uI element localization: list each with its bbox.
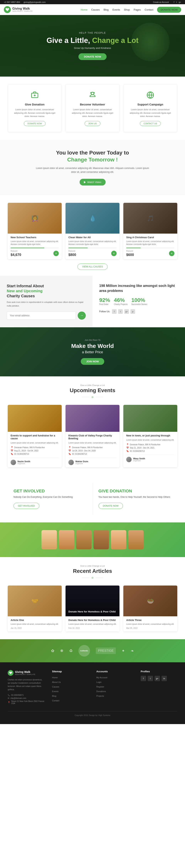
pinterest-icon[interactable]: p (130, 309, 135, 314)
nav-events[interactable]: Events (112, 8, 120, 11)
author-info-1: Nazim Smith Organizer (18, 460, 30, 465)
account-link-login[interactable]: Login (96, 681, 102, 683)
cause-amount-area-3: Raised: $600 (126, 250, 134, 257)
nav-pages[interactable]: Pages (134, 8, 141, 11)
volunteer-icon (88, 90, 97, 100)
footer-brand-column: Giving Walk NON-PROFIT TEMPLATE Claritas… (8, 670, 44, 705)
footer-logo: Giving Walk NON-PROFIT TEMPLATE (8, 670, 44, 676)
article-image-2: Donate Here for Homeless & Poor Child (65, 586, 120, 616)
newsletter-submit-button[interactable]: → (78, 312, 86, 320)
parallax-content: Join the Race To Make the World a Better… (71, 339, 114, 365)
cause-img-placeholder-1: 👩‍🏫 (8, 203, 62, 234)
feature-title-campaign: Support Campaign (127, 103, 173, 106)
cause-progress-fill-3 (126, 248, 141, 248)
phone-link[interactable]: +1 567-4897-884 (4, 1, 20, 3)
hero-title: Give a Little, Change a Lot (47, 36, 138, 45)
get-involved-section: GET INVOLVED Nobody Can Do Everything, E… (0, 475, 185, 522)
newsletter-email-input[interactable] (7, 312, 76, 320)
sitemap-link-contact[interactable]: Contact (52, 700, 59, 702)
author-name-1: Nazim Smith (18, 460, 30, 463)
authentic-badge: Authentic (78, 645, 90, 656)
power-title: You love the Power Today to Change Tomor… (8, 149, 177, 163)
sitemap-link-blog[interactable]: Blog (52, 695, 56, 697)
footer-twitter-link[interactable]: t (148, 676, 153, 681)
calendar-icon-3: 📅 (126, 446, 129, 449)
join-us-button[interactable]: JOIN US (85, 121, 100, 126)
create-account-link[interactable]: Create an Account (153, 1, 169, 3)
nav-donate-button[interactable]: DONATE NOW (157, 7, 181, 13)
footer-phone: 📞 02-030456871 (8, 694, 44, 696)
cause-donate-button-3[interactable]: + (169, 251, 175, 256)
tw-icon[interactable]: t (176, 1, 177, 3)
sitemap-link-causes[interactable]: Causes (52, 686, 59, 688)
article-desc-3: Lorem ipsum dolor sit amet, consectetuer… (126, 623, 175, 625)
cause-donate-button-1[interactable]: + (53, 251, 59, 256)
view-all-causes-link[interactable]: VIEW ALL CAUSES (77, 264, 108, 270)
logo-text: Giving Walk NON-PROFIT TEMPLATE (12, 7, 32, 12)
footer-copyright: Copyright 2019. Design by: High Systems (75, 714, 110, 716)
footer-sitemap-column: Sitemap Home About Us Causes Events Blog… (52, 670, 89, 705)
account-link-my[interactable]: My Account (96, 676, 107, 679)
nav-shop[interactable]: Shop (124, 8, 130, 11)
nav-home[interactable]: Home (81, 8, 87, 11)
donate-now-button-2[interactable]: DONATE NOW (99, 503, 123, 509)
view-all-causes: VIEW ALL CAUSES (8, 265, 177, 268)
play-icon (84, 181, 86, 183)
banner-icon-3: ♻ (69, 648, 73, 653)
cause-raised-label-3: Raised: (126, 250, 134, 252)
follow-row: Follow Us: f t g+ p (99, 309, 178, 314)
nav-contact[interactable]: Contact (145, 8, 153, 11)
sitemap-link-about[interactable]: About Us (52, 681, 61, 683)
donate-now-button[interactable]: DONATE NOW (24, 121, 46, 126)
footer: Giving Walk NON-PROFIT TEMPLATE Claritas… (0, 662, 185, 724)
event-id-1: 🔖 ID: 01304206713 (10, 453, 59, 455)
cause-donate-button-2[interactable]: + (111, 251, 116, 256)
banner-icon-1: ✿ (51, 648, 54, 653)
watch-video-button[interactable]: Watch Video (80, 179, 106, 185)
email-icon: ✉ (8, 697, 9, 699)
nav-causes[interactable]: Causes (91, 8, 100, 11)
footer-phone-number: 02-030456871 (11, 694, 24, 696)
account-link-donations[interactable]: Donations (96, 690, 106, 692)
cause-title-1: New School Teachers (10, 236, 59, 239)
articles-grid: 🤝 Article One Lorem ipsum dolor sit amet… (8, 586, 177, 631)
parallax-join-button[interactable]: JOIN NOW (81, 358, 104, 365)
calendar-icon-2: 📅 (69, 450, 71, 452)
newsletter-title-line1: Start Informal About (7, 284, 44, 288)
event-card-1: Events to support and fundraise for a ca… (8, 405, 62, 467)
banner-icon-4: PRESTIGE (96, 648, 116, 654)
child-face-4 (94, 530, 109, 549)
gp-icon[interactable]: g+ (179, 1, 181, 3)
footer-linkedin-link[interactable]: in (161, 676, 167, 681)
stat-charity: 46% Charity Projects (114, 297, 128, 305)
facebook-icon[interactable]: f (112, 309, 116, 314)
event-image-2 (65, 405, 120, 432)
contact-us-button[interactable]: CONTACT US (140, 121, 161, 126)
newsletter-title-line2: Charity Causes (7, 294, 35, 298)
email-link[interactable]: giving@givingwalk.com (24, 1, 46, 3)
stat-label-1: First Order (99, 303, 110, 305)
sitemap-link-home[interactable]: Home (52, 676, 58, 679)
cause-desc-3: Lorem ipsum dolor sit amet, consectetuer… (126, 240, 175, 246)
account-link-register[interactable]: Register (96, 686, 104, 688)
article-body-2: Donate Here for Homeless & Poor Child Lo… (65, 616, 120, 631)
stats-column: 198 Million increasing like amongst soch… (92, 276, 185, 327)
twitter-icon[interactable]: t (118, 309, 123, 314)
hero-donate-button[interactable]: DONATE NOW (78, 53, 106, 60)
google-plus-icon[interactable]: g+ (124, 309, 129, 314)
event-desc-3: Lorem ipsum dolor sit amet, consectetuer… (126, 438, 175, 441)
nav-blog[interactable]: Blog (104, 8, 109, 11)
footer-facebook-link[interactable]: f (141, 676, 146, 681)
footer-gplus-link[interactable]: g+ (155, 676, 160, 681)
account-link-projects[interactable]: Projects (96, 695, 104, 697)
banner-icon-6: ❧ (131, 648, 134, 653)
sitemap-link-events[interactable]: Events (52, 690, 59, 692)
get-involved-button[interactable]: GET INVOLVED (14, 503, 39, 509)
articles-divider: ⟡ (8, 576, 177, 580)
author-role-2: Organizer (75, 463, 88, 465)
event-date-1: 📅 Aug 21, 2019 - Oct 04, 2022 (10, 450, 59, 452)
articles-pretitle: Give a Little Change a Lot (8, 565, 177, 567)
article-body-1: Article One Lorem ipsum dolor sit amet, … (8, 616, 62, 631)
event-location-2: 📍 Donavan Palace, 906 N Florida Ave (69, 446, 116, 449)
fb-icon[interactable]: f (174, 1, 174, 3)
